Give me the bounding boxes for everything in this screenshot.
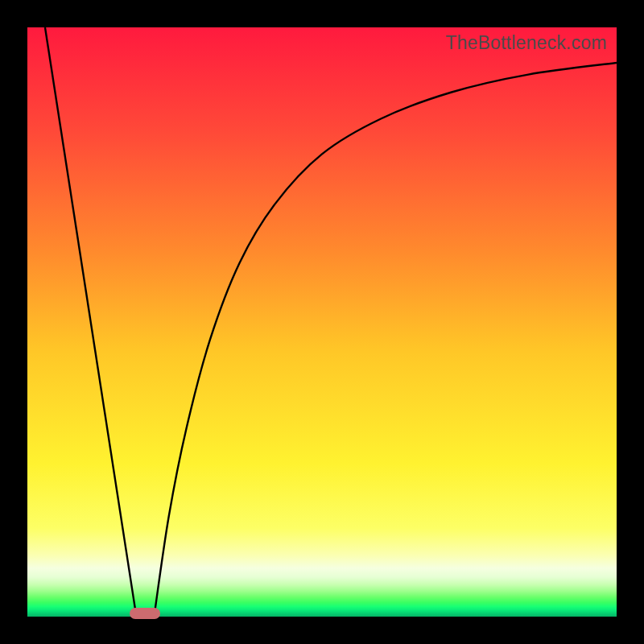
curve-left-segment — [45, 27, 136, 617]
curve-right-segment — [154, 63, 617, 617]
optimal-marker — [130, 608, 160, 619]
plot-area: TheBottleneck.com — [27, 27, 617, 617]
chart-frame: TheBottleneck.com — [0, 0, 644, 644]
bottleneck-curve — [27, 27, 617, 617]
